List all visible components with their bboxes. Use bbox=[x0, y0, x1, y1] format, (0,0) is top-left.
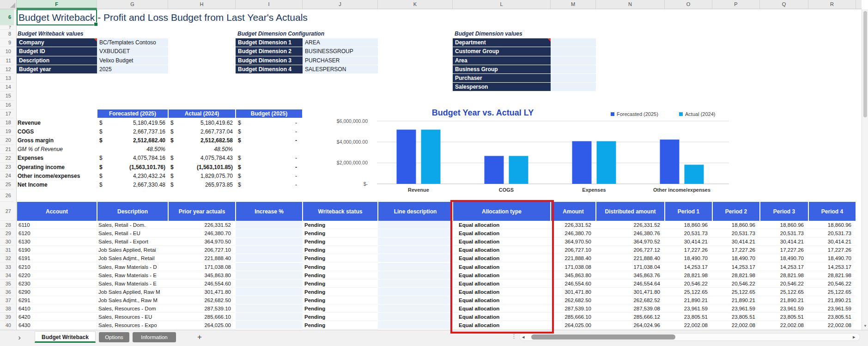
cell-amount[interactable]: 171,038.08 bbox=[551, 263, 594, 271]
row-header-38[interactable]: 38 bbox=[0, 304, 14, 313]
dimension-value-label-0[interactable]: Department bbox=[453, 38, 551, 47]
cell-increase-pct[interactable] bbox=[236, 288, 303, 296]
cell-period-3[interactable]: 22,002.08 bbox=[760, 321, 806, 329]
pnl-row-label[interactable]: Revenue bbox=[18, 118, 96, 127]
cell-amount[interactable]: 262,682.50 bbox=[551, 296, 594, 304]
cell-period-4[interactable]: 18,490.70 bbox=[808, 254, 854, 262]
pnl-value-cell[interactable]: $2,667,737.16 bbox=[97, 127, 168, 136]
cell-line-description[interactable] bbox=[378, 229, 453, 237]
pnl-row-label[interactable]: Gross margin bbox=[18, 136, 96, 145]
cell-period-1[interactable]: 25,122.65 bbox=[665, 288, 710, 296]
cell-account[interactable]: 6230 bbox=[18, 279, 79, 288]
cell-period-4[interactable]: 22,002.08 bbox=[808, 321, 854, 329]
cell-allocation-type[interactable]: Equal allocation bbox=[459, 321, 546, 329]
select-all-corner[interactable] bbox=[0, 0, 17, 9]
cell-period-3[interactable]: 20,531.73 bbox=[760, 229, 806, 237]
column-header-P[interactable]: P bbox=[712, 0, 760, 9]
cell-period-1[interactable]: 17,227.26 bbox=[665, 246, 710, 254]
dimension-value-label-1[interactable]: Customer Group bbox=[453, 47, 551, 55]
cell-writeback-status[interactable]: Pending bbox=[304, 271, 364, 279]
column-header-M[interactable]: M bbox=[551, 0, 596, 9]
row-header-30[interactable]: 30 bbox=[0, 237, 14, 246]
cell-line-description[interactable] bbox=[378, 304, 453, 313]
dimension-config-value-3[interactable]: SALESPERSON bbox=[303, 65, 378, 73]
row-header-23[interactable]: 23 bbox=[0, 163, 14, 171]
cell-amount[interactable]: 226,331.52 bbox=[551, 221, 594, 229]
cell-line-description[interactable] bbox=[378, 271, 453, 279]
cell-description[interactable]: Job Sales Adjmt., Raw M bbox=[98, 296, 167, 304]
pnl-value-cell[interactable]: $4,075,784.43 bbox=[168, 154, 236, 163]
cell-distributed-amount[interactable]: 206,727.12 bbox=[596, 246, 662, 254]
cell-increase-pct[interactable] bbox=[236, 321, 303, 329]
cell-writeback-status[interactable]: Pending bbox=[304, 229, 364, 237]
cell-period-2[interactable]: 25,122.65 bbox=[712, 288, 758, 296]
column-header-J[interactable]: J bbox=[303, 0, 378, 9]
row-header-39[interactable]: 39 bbox=[0, 313, 14, 321]
cell-period-3[interactable]: 17,227.26 bbox=[760, 246, 806, 254]
cell-distributed-amount[interactable]: 287,539.08 bbox=[596, 304, 662, 313]
cell-period-4[interactable]: 30,414.21 bbox=[808, 237, 854, 246]
cell-allocation-type[interactable]: Equal allocation bbox=[459, 296, 546, 304]
row-header-17[interactable]: 17 bbox=[0, 109, 14, 118]
cell-increase-pct[interactable] bbox=[236, 221, 303, 229]
cell-account[interactable]: 6190 bbox=[18, 246, 79, 254]
cell-period-2[interactable]: 14,253.17 bbox=[712, 263, 758, 271]
row-header-16[interactable]: 16 bbox=[0, 101, 14, 109]
cell-period-2[interactable]: 18,490.70 bbox=[712, 254, 758, 262]
cell-distributed-amount[interactable]: 246,554.64 bbox=[596, 279, 662, 288]
cell-period-3[interactable]: 20,546.22 bbox=[760, 279, 806, 288]
pnl-value-cell[interactable]: $265,973.85 bbox=[168, 180, 236, 189]
pnl-value-cell[interactable]: $2,667,737.04 bbox=[168, 127, 236, 136]
sheet-title-cell[interactable]: Budget Writeback - Profit and Loss Budge… bbox=[18, 9, 308, 25]
cell-description[interactable]: Sales, Retail - Dom. bbox=[98, 221, 167, 229]
cell-period-4[interactable]: 14,253.17 bbox=[808, 263, 854, 271]
pnl-row-label[interactable]: COGS bbox=[18, 127, 96, 136]
cell-allocation-type[interactable]: Equal allocation bbox=[459, 288, 546, 296]
cell-period-3[interactable]: 25,122.65 bbox=[760, 288, 806, 296]
cell-allocation-type[interactable]: Equal allocation bbox=[459, 254, 546, 262]
cell-allocation-type[interactable]: Equal allocation bbox=[459, 246, 546, 254]
cell-distributed-amount[interactable]: 171,038.04 bbox=[596, 263, 662, 271]
pnl-value-cell[interactable]: $2,512,682.58 bbox=[168, 136, 236, 145]
pnl-value-cell[interactable]: $2,512,682.40 bbox=[97, 136, 168, 145]
cell-description[interactable]: Sales, Raw Materials - E bbox=[98, 279, 167, 288]
cell-period-1[interactable]: 18,490.70 bbox=[665, 254, 710, 262]
dimension-value-input-1[interactable] bbox=[551, 47, 596, 55]
row-header-34[interactable]: 34 bbox=[0, 271, 14, 279]
cell-period-4[interactable]: 20,531.73 bbox=[808, 229, 854, 237]
row-header-6[interactable]: 6 bbox=[0, 9, 14, 25]
writeback-label-3[interactable]: Budget year bbox=[17, 65, 97, 73]
row-header-24[interactable]: 24 bbox=[0, 171, 14, 180]
cell-account[interactable]: 6420 bbox=[18, 313, 79, 321]
cell-line-description[interactable] bbox=[378, 254, 453, 262]
cell-period-1[interactable]: 20,546.22 bbox=[665, 279, 710, 288]
cell-account[interactable]: 6120 bbox=[18, 229, 79, 237]
dimension-value-input-5[interactable] bbox=[551, 83, 596, 91]
column-header-I[interactable]: I bbox=[236, 0, 303, 9]
row-header-40[interactable]: 40 bbox=[0, 321, 14, 329]
cell-period-2[interactable]: 28,821.98 bbox=[712, 271, 758, 279]
row-header-28[interactable]: 28 bbox=[0, 221, 14, 229]
cell-writeback-status[interactable]: Pending bbox=[304, 246, 364, 254]
writeback-value-0[interactable]: BC/Templates Contoso bbox=[97, 38, 168, 47]
cell-period-1[interactable]: 28,821.98 bbox=[665, 271, 710, 279]
cell-period-3[interactable]: 21,890.21 bbox=[760, 296, 806, 304]
cell-period-1[interactable]: 23,961.59 bbox=[665, 304, 710, 313]
cell-period-4[interactable]: 18,860.96 bbox=[808, 221, 854, 229]
cell-prior-year-actuals[interactable]: 206,727.10 bbox=[168, 246, 233, 254]
column-header-G[interactable]: G bbox=[97, 0, 168, 9]
pnl-value-cell[interactable]: $2,667,330.48 bbox=[97, 180, 168, 189]
row-header-19[interactable]: 19 bbox=[0, 127, 14, 136]
cell-allocation-type[interactable]: Equal allocation bbox=[459, 271, 546, 279]
cell-allocation-type[interactable]: Equal allocation bbox=[459, 229, 546, 237]
cell-allocation-type[interactable]: Equal allocation bbox=[459, 304, 546, 313]
cell-period-3[interactable]: 23,805.51 bbox=[760, 313, 806, 321]
column-header-R[interactable]: R bbox=[808, 0, 856, 9]
dimension-value-label-3[interactable]: Business Group bbox=[453, 65, 551, 73]
row-header-12[interactable]: 12 bbox=[0, 65, 14, 74]
row-header-26[interactable]: 26 bbox=[0, 189, 14, 202]
cell-amount[interactable]: 364,970.50 bbox=[551, 237, 594, 246]
column-header-K[interactable]: K bbox=[378, 0, 453, 9]
cell-period-4[interactable]: 28,821.98 bbox=[808, 271, 854, 279]
row-header-10[interactable]: 10 bbox=[0, 47, 14, 56]
